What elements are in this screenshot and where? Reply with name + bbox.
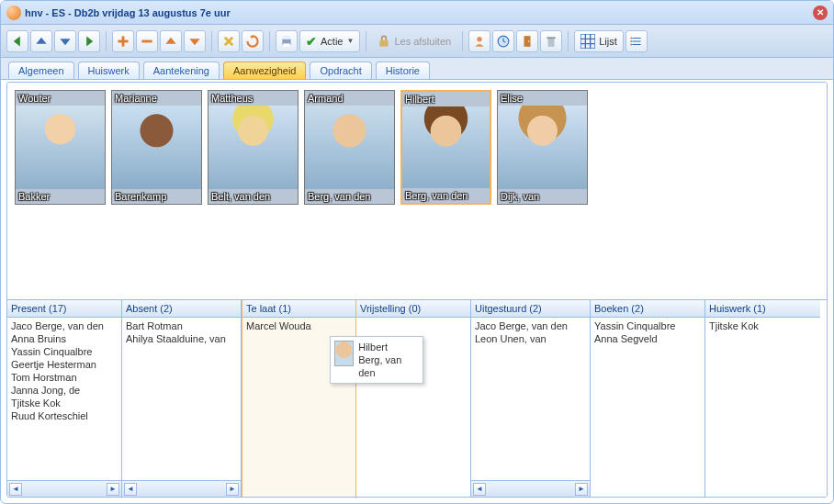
- scroll-right-icon[interactable]: ►: [226, 483, 239, 496]
- list-item[interactable]: Geertje Hesterman: [7, 358, 121, 371]
- tooltip-lastname: Berg, van den: [358, 353, 419, 379]
- column-absent: Absent (2) Bart Rotman Ahilya Staalduine…: [122, 300, 242, 497]
- chevron-down-icon: ▼: [346, 37, 354, 45]
- list-item[interactable]: Ahilya Staalduine, van: [122, 332, 241, 345]
- list-item[interactable]: Yassin Cinqualbre: [7, 345, 121, 358]
- column-header: Boeken (2): [591, 300, 704, 318]
- tab-algemeen[interactable]: Algemeen: [8, 62, 74, 79]
- lijst-label: Lijst: [599, 36, 617, 47]
- list-item[interactable]: Ruud Korteschiel: [7, 409, 121, 422]
- list-item[interactable]: Tjitske Kok: [7, 397, 121, 409]
- add-button[interactable]: [112, 30, 134, 52]
- column-body[interactable]: Yassin Cinqualbre Anna Segveld: [591, 318, 704, 497]
- column-body[interactable]: Bart Rotman Ahilya Staalduine, van: [122, 318, 241, 480]
- actie-dropdown[interactable]: ✔ Actie ▼: [299, 30, 360, 52]
- remove-button[interactable]: [136, 30, 158, 52]
- student-firstname: Marianne: [115, 93, 157, 104]
- check-icon: ✔: [306, 34, 317, 49]
- list-item[interactable]: Jaco Berge, van den: [7, 319, 121, 332]
- list-item[interactable]: Tjitske Kok: [705, 319, 820, 332]
- tooltip-firstname: Hilbert: [358, 341, 419, 353]
- list-item[interactable]: Tom Horstman: [7, 371, 121, 384]
- tab-opdracht[interactable]: Opdracht: [310, 62, 371, 79]
- nav-down-button[interactable]: [54, 30, 76, 52]
- list-view-button[interactable]: [626, 30, 648, 52]
- student-cards: Wouter Bakker Marianne Barenkamp Mattheu…: [7, 83, 827, 299]
- list-item[interactable]: Leon Unen, van: [471, 332, 590, 345]
- student-photo: [402, 106, 490, 188]
- grid-icon: [580, 34, 595, 49]
- student-card[interactable]: Hilbert Berg, van den: [400, 90, 491, 205]
- move-up-button[interactable]: [160, 30, 182, 52]
- student-card[interactable]: Elise Dijk, van: [497, 90, 588, 205]
- list-item[interactable]: Janna Jong, de: [7, 384, 121, 397]
- student-photo: [305, 106, 394, 189]
- svg-marker-0: [14, 36, 20, 46]
- list-item[interactable]: Anna Bruins: [7, 332, 121, 345]
- les-afsluiten-label: Les afsluiten: [394, 36, 451, 47]
- status-grid: Present (17) Jaco Berge, van den Anna Br…: [7, 299, 827, 497]
- list-item[interactable]: Jaco Berge, van den: [471, 319, 590, 332]
- student-card[interactable]: Wouter Bakker: [15, 90, 106, 205]
- door-button[interactable]: [516, 30, 538, 52]
- column-body[interactable]: Tjitske Kok: [705, 318, 820, 497]
- nav-up-button[interactable]: [30, 30, 52, 52]
- trash-button[interactable]: [540, 30, 562, 52]
- list-item[interactable]: Anna Segveld: [591, 332, 704, 345]
- column-header: Absent (2): [122, 300, 241, 318]
- column-body[interactable]: Jaco Berge, van den Leon Unen, van: [471, 318, 590, 480]
- student-lastname: Barenkamp: [115, 191, 166, 202]
- column-header: Vrijstelling (0): [356, 300, 470, 318]
- move-down-button[interactable]: [184, 30, 206, 52]
- scroll-left-icon[interactable]: ◄: [9, 483, 22, 496]
- student-firstname: Hilbert: [405, 94, 434, 105]
- svg-rect-14: [284, 43, 290, 47]
- nav-next-button[interactable]: [78, 30, 100, 52]
- list-item[interactable]: Bart Rotman: [122, 319, 241, 332]
- close-icon[interactable]: ✕: [813, 6, 828, 20]
- list-item[interactable]: Yassin Cinqualbre: [591, 319, 704, 332]
- column-uitgestuurd: Uitgestuurd (2) Jaco Berge, van den Leon…: [471, 300, 591, 497]
- column-vrijstelling: Vrijstelling (0): [356, 300, 471, 497]
- student-card[interactable]: Armand Berg, van den: [304, 90, 395, 205]
- tab-aantekening[interactable]: Aantekening: [143, 62, 220, 79]
- tab-historie[interactable]: Historie: [376, 62, 430, 79]
- separator: [106, 31, 107, 51]
- user-button[interactable]: [468, 30, 490, 52]
- lock-icon: [378, 35, 390, 48]
- refresh-button[interactable]: [242, 30, 264, 52]
- student-lastname: Berg, van den: [405, 190, 468, 201]
- column-present: Present (17) Jaco Berge, van den Anna Br…: [7, 300, 122, 497]
- column-boeken: Boeken (2) Yassin Cinqualbre Anna Segvel…: [591, 300, 705, 497]
- tab-aanwezigheid[interactable]: Aanwezigheid: [223, 62, 307, 79]
- window-title: hnv - ES - Db2b vrijdag 13 augustus 7e u…: [25, 7, 813, 18]
- student-card[interactable]: Mattheus Belt, van den: [208, 90, 299, 205]
- print-button[interactable]: [276, 30, 298, 52]
- scroll-right-icon[interactable]: ►: [107, 483, 119, 496]
- clock-button[interactable]: [492, 30, 514, 52]
- list-item[interactable]: Marcel Wouda: [242, 319, 355, 332]
- tab-huiswerk[interactable]: Huiswerk: [78, 62, 140, 79]
- student-firstname: Mattheus: [211, 93, 253, 104]
- column-telaat: Te laat (1) Marcel Wouda: [242, 300, 356, 497]
- student-lastname: Belt, van den: [211, 191, 270, 202]
- hscroll[interactable]: ◄►: [122, 480, 241, 497]
- lijst-button[interactable]: Lijst: [574, 30, 624, 52]
- student-photo: [208, 106, 298, 189]
- column-body[interactable]: Jaco Berge, van den Anna Bruins Yassin C…: [7, 318, 121, 480]
- scroll-right-icon[interactable]: ►: [575, 483, 588, 496]
- svg-marker-1: [36, 37, 46, 43]
- scroll-left-icon[interactable]: ◄: [473, 483, 486, 496]
- window: hnv - ES - Db2b vrijdag 13 augustus 7e u…: [0, 0, 834, 504]
- svg-marker-2: [60, 39, 70, 45]
- scroll-left-icon[interactable]: ◄: [124, 483, 137, 496]
- svg-rect-15: [380, 39, 389, 46]
- nav-prev-button[interactable]: [6, 30, 28, 52]
- svg-point-16: [477, 36, 481, 40]
- hscroll[interactable]: ◄►: [7, 480, 121, 497]
- svg-rect-13: [284, 36, 290, 39]
- student-card[interactable]: Marianne Barenkamp: [111, 90, 202, 205]
- svg-marker-7: [165, 37, 175, 43]
- cancel-button[interactable]: [218, 30, 240, 52]
- hscroll[interactable]: ◄►: [471, 480, 590, 497]
